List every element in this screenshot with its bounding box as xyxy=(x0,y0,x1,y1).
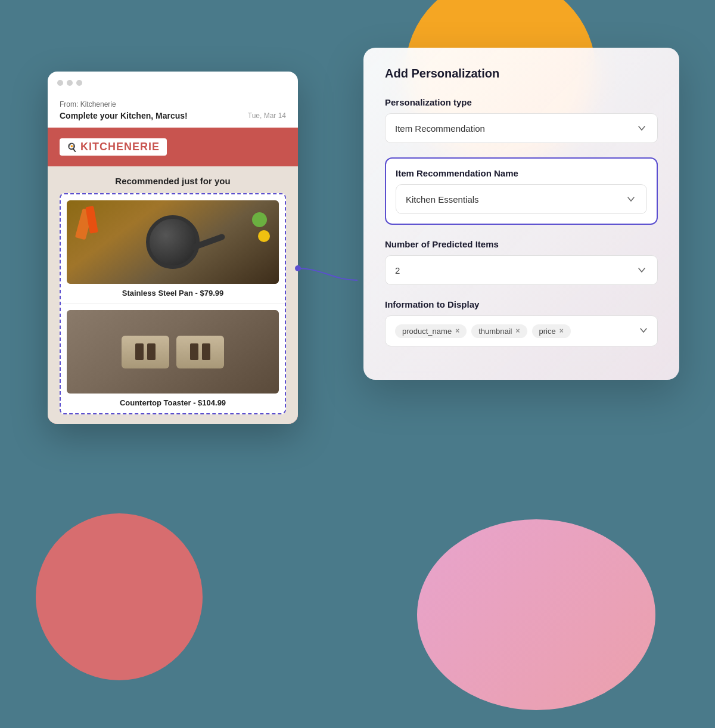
recommendation-name-group: Item Recommendation Name Kitchen Essenti… xyxy=(385,157,658,225)
tag-thumbnail-text: thumbnail xyxy=(478,327,512,336)
brand-name: KITCHENERIE xyxy=(80,141,160,153)
product-list: Stainless Steel Pan - $79.99 xyxy=(60,193,286,414)
recommended-title: Recommended just for you xyxy=(60,176,286,186)
email-subject-row: Complete your Kitchen, Marcus! Tue, Mar … xyxy=(60,111,286,120)
lemon-shape xyxy=(258,230,270,242)
recommendation-name-value: Kitchen Essentials xyxy=(406,194,479,205)
predicted-items-group: Number of Predicted Items 2 xyxy=(385,239,658,285)
toaster-body-2 xyxy=(176,336,224,368)
predicted-items-value: 2 xyxy=(395,265,400,275)
toaster-visual xyxy=(67,310,279,394)
info-display-label: Information to Display xyxy=(385,299,658,309)
tag-thumbnail[interactable]: thumbnail × xyxy=(471,324,527,338)
pan-shape xyxy=(146,215,200,269)
tag-product-name[interactable]: product_name × xyxy=(395,324,467,338)
chef-icon: 🍳 xyxy=(67,142,77,152)
personalization-panel: Add Personalization Personalization type… xyxy=(363,48,679,380)
product-item-pan: Stainless Steel Pan - $79.99 xyxy=(61,194,285,303)
tag-price-text: price xyxy=(539,327,556,336)
tag-thumbnail-remove[interactable]: × xyxy=(516,327,520,335)
personalization-type-group: Personalization type Item Recommendation xyxy=(385,97,658,143)
product-image-toaster xyxy=(67,310,279,394)
personalization-type-value: Item Recommendation xyxy=(395,123,485,134)
slot-1 xyxy=(135,343,144,360)
email-subject: Complete your Kitchen, Marcus! xyxy=(60,111,188,120)
tag-product-name-remove[interactable]: × xyxy=(455,327,459,335)
email-preview-card: From: Kitchenerie Complete your Kitchen,… xyxy=(48,72,298,424)
email-from: From: Kitchenerie xyxy=(60,100,286,109)
window-dot-3 xyxy=(76,80,82,86)
product-item-toaster: Countertop Toaster - $104.99 xyxy=(61,303,285,413)
toaster-group xyxy=(122,336,224,368)
slot-4 xyxy=(202,343,210,360)
personalization-type-label: Personalization type xyxy=(385,97,658,107)
personalization-type-chevron xyxy=(636,122,648,134)
tag-price[interactable]: price × xyxy=(532,324,571,338)
predicted-items-chevron xyxy=(636,264,648,276)
window-dot-1 xyxy=(57,80,63,86)
pan-handle xyxy=(190,233,226,251)
toaster-body-1 xyxy=(122,336,169,368)
recommendation-name-select[interactable]: Kitchen Essentials xyxy=(396,184,647,214)
pan-visual xyxy=(67,200,279,284)
window-chrome xyxy=(48,72,298,91)
brand-header: 🍳 KITCHENERIE xyxy=(48,128,298,166)
product-name-pan: Stainless Steel Pan - $79.99 xyxy=(67,289,279,298)
connector-line xyxy=(262,256,381,304)
scene-container: From: Kitchenerie Complete your Kitchen,… xyxy=(36,48,679,680)
tag-product-name-text: product_name xyxy=(402,327,452,336)
personalization-type-select[interactable]: Item Recommendation xyxy=(385,113,658,143)
email-header: From: Kitchenerie Complete your Kitchen,… xyxy=(48,91,298,128)
panel-title: Add Personalization xyxy=(385,67,658,80)
product-image-pan xyxy=(67,200,279,284)
email-date: Tue, Mar 14 xyxy=(248,111,286,120)
recommendation-name-label: Item Recommendation Name xyxy=(396,168,647,178)
product-name-toaster: Countertop Toaster - $104.99 xyxy=(67,398,279,407)
slot-2 xyxy=(147,343,156,360)
info-display-tags-field[interactable]: product_name × thumbnail × price × xyxy=(385,315,658,346)
tag-price-remove[interactable]: × xyxy=(559,327,564,335)
recommendation-name-chevron xyxy=(625,193,637,205)
info-display-group: Information to Display product_name × th… xyxy=(385,299,658,346)
brand-logo: 🍳 KITCHENERIE xyxy=(60,138,167,156)
email-content-area: Recommended just for you xyxy=(48,166,298,424)
svg-point-0 xyxy=(295,265,301,271)
predicted-items-label: Number of Predicted Items xyxy=(385,239,658,249)
predicted-items-select[interactable]: 2 xyxy=(385,255,658,285)
slot-3 xyxy=(190,343,198,360)
veggie-shape xyxy=(252,212,267,227)
window-dot-2 xyxy=(67,80,73,86)
info-display-chevron xyxy=(639,326,648,336)
email-body: 🍳 KITCHENERIE Recommended just for you xyxy=(48,128,298,424)
